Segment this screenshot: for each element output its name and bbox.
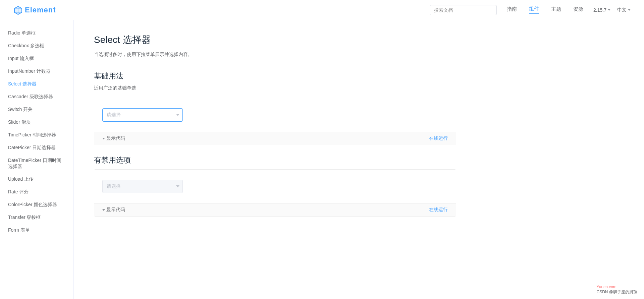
watermark: Yuucn.com CSDN @狮子座的男孩 xyxy=(596,285,637,295)
sidebar-item-colorpicker[interactable]: ColorPicker 颜色选择器 xyxy=(0,198,73,211)
page-layout: Radio 单选框 Checkbox 多选框 Input 输入框 InputNu… xyxy=(0,20,644,299)
version-chevron-icon xyxy=(608,9,610,11)
show-code-chevron-icon xyxy=(102,138,105,139)
basic-select-wrapper: 请选择 xyxy=(102,108,183,122)
basic-demo-content: 请选择 xyxy=(94,98,456,132)
nav-theme[interactable]: 主题 xyxy=(551,6,561,14)
sidebar-item-inputnumber[interactable]: InputNumber 计数器 xyxy=(0,65,73,78)
sidebar-item-timepicker[interactable]: TimePicker 时间选择器 xyxy=(0,129,73,141)
nav-links: 指南 组件 主题 资源 xyxy=(507,6,583,14)
basic-show-code-button[interactable]: 显示代码 xyxy=(102,135,125,141)
disabled-show-code-button[interactable]: 显示代码 xyxy=(102,207,125,213)
main-content: Select 选择器 当选项过多时，使用下拉菜单展示并选择内容。 基础用法 适用… xyxy=(74,20,476,299)
lang-text: 中文 xyxy=(617,7,627,13)
nav-guide[interactable]: 指南 xyxy=(507,6,517,14)
sidebar-item-checkbox[interactable]: Checkbox 多选框 xyxy=(0,40,73,52)
disabled-select[interactable]: 请选择 xyxy=(102,180,183,193)
show-code-label: 显示代码 xyxy=(106,135,125,141)
watermark-site: Yuucn.com xyxy=(596,285,637,289)
disabled-demo-footer: 显示代码 在线运行 xyxy=(94,203,456,216)
page-subtitle: 当选项过多时，使用下拉菜单展示并选择内容。 xyxy=(94,52,456,58)
sidebar-item-upload[interactable]: Upload 上传 xyxy=(0,173,73,186)
section-basic-desc: 适用广泛的基础单选 xyxy=(94,85,456,91)
sidebar-item-rate[interactable]: Rate 评分 xyxy=(0,186,73,198)
basic-online-run-link[interactable]: 在线运行 xyxy=(429,135,448,141)
section-basic-title: 基础用法 xyxy=(94,71,456,81)
sidebar-item-select[interactable]: Select 选择器 xyxy=(0,78,73,91)
header: Element 指南 组件 主题 资源 2.15.7 中文 xyxy=(0,0,644,20)
sidebar-item-cascader[interactable]: Cascader 级联选择器 xyxy=(0,91,73,103)
basic-demo-box: 请选择 显示代码 在线运行 xyxy=(94,98,456,145)
disabled-demo-content: 请选择 xyxy=(94,170,456,203)
disabled-show-code-chevron-icon xyxy=(102,209,105,211)
nav-resource[interactable]: 资源 xyxy=(573,6,583,14)
disabled-select-placeholder: 请选择 xyxy=(107,183,121,189)
disabled-demo-box: 请选择 显示代码 在线运行 xyxy=(94,169,456,217)
sidebar-item-datepicker[interactable]: DatePicker 日期选择器 xyxy=(0,141,73,154)
sidebar-item-radio[interactable]: Radio 单选框 xyxy=(0,27,73,40)
logo-text: Element xyxy=(25,6,56,14)
version-selector[interactable]: 2.15.7 xyxy=(593,7,610,13)
basic-demo-footer: 显示代码 在线运行 xyxy=(94,132,456,145)
nav-component[interactable]: 组件 xyxy=(529,6,539,14)
basic-select-placeholder: 请选择 xyxy=(107,112,121,118)
watermark-author: CSDN @狮子座的男孩 xyxy=(596,289,637,295)
page-title: Select 选择器 xyxy=(94,34,456,46)
version-text: 2.15.7 xyxy=(593,7,606,13)
disabled-online-run-link[interactable]: 在线运行 xyxy=(429,207,448,213)
sidebar-item-slider[interactable]: Slider 滑块 xyxy=(0,116,73,129)
search-input[interactable] xyxy=(430,5,497,15)
sidebar-item-switch[interactable]: Switch 开关 xyxy=(0,103,73,116)
lang-chevron-icon xyxy=(628,9,631,11)
section-disabled-title: 有禁用选项 xyxy=(94,155,456,165)
sidebar-item-input[interactable]: Input 输入框 xyxy=(0,52,73,65)
logo-area: Element xyxy=(13,5,56,15)
sidebar-item-datetimepicker[interactable]: DateTimePicker 日期时间选择器 xyxy=(0,154,73,173)
basic-select[interactable]: 请选择 xyxy=(102,108,183,122)
disabled-select-wrapper: 请选择 xyxy=(102,180,183,193)
sidebar-item-transfer[interactable]: Transfer 穿梭框 xyxy=(0,211,73,224)
sidebar: Radio 单选框 Checkbox 多选框 Input 输入框 InputNu… xyxy=(0,20,74,299)
language-selector[interactable]: 中文 xyxy=(617,7,631,13)
sidebar-item-form[interactable]: Form 表单 xyxy=(0,224,73,237)
disabled-show-code-label: 显示代码 xyxy=(106,207,125,213)
element-logo-icon xyxy=(13,5,23,15)
